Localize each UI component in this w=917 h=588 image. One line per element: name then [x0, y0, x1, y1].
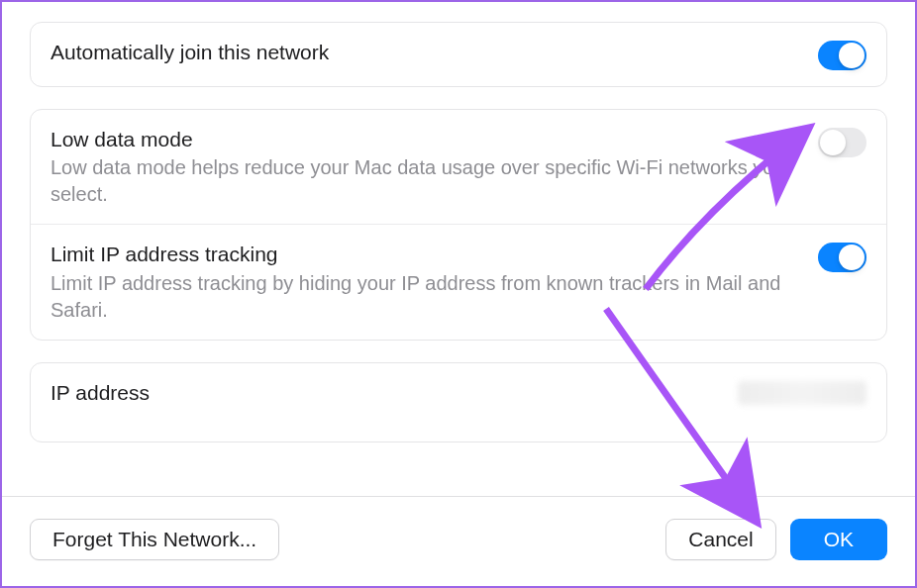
low-data-row: Low data mode Low data mode helps reduce…	[31, 110, 886, 224]
ip-address-label: IP address	[51, 379, 718, 406]
low-data-toggle[interactable]	[818, 128, 866, 157]
settings-content: Automatically join this network Low data…	[2, 2, 915, 442]
cancel-button[interactable]: Cancel	[665, 519, 775, 560]
toggle-knob	[820, 130, 846, 155]
limit-ip-label: Limit IP address tracking	[51, 241, 798, 267]
low-data-label: Low data mode	[51, 126, 798, 152]
auto-join-text: Automatically join this network	[51, 39, 818, 65]
auto-join-label: Automatically join this network	[51, 39, 798, 65]
toggle-knob	[839, 43, 865, 68]
toggle-knob	[839, 245, 865, 270]
data-tracking-card: Low data mode Low data mode helps reduce…	[30, 109, 887, 341]
footer-bar: Forget This Network... Cancel OK	[2, 496, 915, 586]
auto-join-toggle[interactable]	[818, 41, 866, 70]
auto-join-card: Automatically join this network	[30, 22, 887, 87]
limit-ip-description: Limit IP address tracking by hiding your…	[51, 270, 798, 324]
auto-join-row: Automatically join this network	[31, 23, 886, 86]
ip-address-row: IP address	[31, 363, 886, 441]
forget-network-button[interactable]: Forget This Network...	[30, 519, 279, 560]
limit-ip-text: Limit IP address tracking Limit IP addre…	[51, 241, 818, 323]
ip-address-card: IP address	[30, 362, 887, 442]
low-data-description: Low data mode helps reduce your Mac data…	[51, 154, 798, 208]
ip-address-text: IP address	[51, 379, 738, 406]
ip-address-value-redacted	[738, 381, 866, 405]
footer-right-buttons: Cancel OK	[665, 519, 887, 560]
limit-ip-toggle[interactable]	[818, 243, 866, 272]
ok-button[interactable]: OK	[790, 519, 887, 560]
low-data-text: Low data mode Low data mode helps reduce…	[51, 126, 818, 208]
limit-ip-row: Limit IP address tracking Limit IP addre…	[31, 224, 886, 339]
